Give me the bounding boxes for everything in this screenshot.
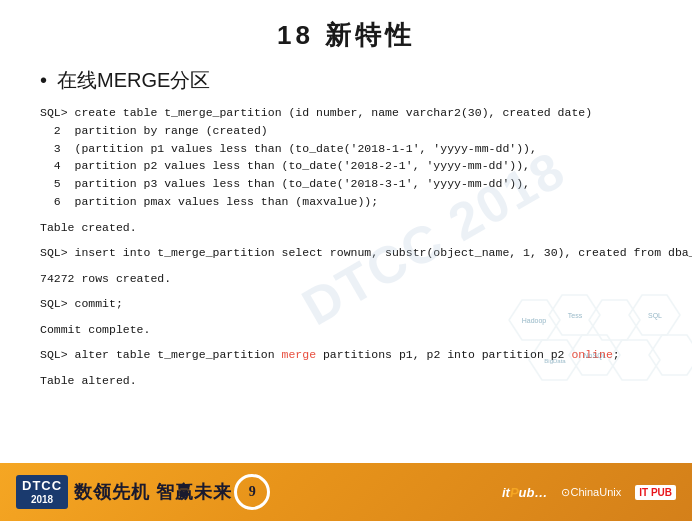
svg-text:SQL: SQL xyxy=(648,312,662,320)
status-table-altered: Table altered. xyxy=(40,372,652,389)
code-line: 3 (partition p1 values less than (to_dat… xyxy=(40,140,652,158)
footer-sponsors: itPub… ⊙ChinaUnix IT PUB xyxy=(502,485,676,500)
code-line: SQL> alter table t_merge_partition merge… xyxy=(40,346,652,364)
code-block-alter: SQL> alter table t_merge_partition merge… xyxy=(40,346,652,364)
footer-logo: DTCC 2018 数领先机 智赢未来 9 xyxy=(16,474,270,510)
sponsor-aitpub: itPub… xyxy=(502,485,548,500)
sponsor-itpub-label: IT PUB xyxy=(635,485,676,500)
svg-text:Tess: Tess xyxy=(568,312,583,319)
slogan-text: 数领先机 智赢未来 xyxy=(74,482,232,502)
footer-slogan: 数领先机 智赢未来 xyxy=(74,480,232,504)
dtcc-badge: DTCC 2018 xyxy=(16,475,68,509)
code-block-insert: SQL> insert into t_merge_partition selec… xyxy=(40,244,652,262)
section-label: 在线MERGE分区 xyxy=(57,67,210,94)
sponsor-chinaunix: ⊙ChinaUnix xyxy=(561,486,621,499)
code-line: 5 partition p3 values less than (to_date… xyxy=(40,175,652,193)
status-commit-complete: Commit complete. xyxy=(40,321,652,338)
sponsor-aitpub-label: itPub… xyxy=(502,485,548,500)
main-content: 18 新特性 • 在线MERGE分区 SQL> create table t_m… xyxy=(0,0,692,463)
slide-container: 18 新特性 • 在线MERGE分区 SQL> create table t_m… xyxy=(0,0,692,521)
code-line: 4 partition p2 values less than (to_date… xyxy=(40,157,652,175)
footer-circle-icon: 9 xyxy=(234,474,270,510)
code-line: SQL> insert into t_merge_partition selec… xyxy=(40,244,652,262)
circle-label: 9 xyxy=(249,484,256,500)
bullet-icon: • xyxy=(40,69,47,92)
sponsor-chinaunix-label: ⊙ChinaUnix xyxy=(561,486,621,499)
code-block-commit: SQL> commit; xyxy=(40,295,652,313)
status-rows-created: 74272 rows created. xyxy=(40,270,652,287)
slide-title: 18 新特性 xyxy=(40,18,652,53)
svg-marker-7 xyxy=(649,335,692,375)
footer-bar: DTCC 2018 数领先机 智赢未来 9 itPub… ⊙ChinaUnix xyxy=(0,463,692,521)
dtcc-label: DTCC xyxy=(22,478,62,494)
year-label: 2018 xyxy=(22,494,62,506)
code-line: SQL> commit; xyxy=(40,295,652,313)
status-table-created-1: Table created. xyxy=(40,219,652,236)
sponsor-itpub: IT PUB xyxy=(635,485,676,500)
code-line: 6 partition pmax values less than (maxva… xyxy=(40,193,652,211)
code-block-create: SQL> create table t_merge_partition (id … xyxy=(40,104,652,211)
code-line: 2 partition by range (created) xyxy=(40,122,652,140)
section-heading: • 在线MERGE分区 xyxy=(40,67,652,94)
code-line: SQL> create table t_merge_partition (id … xyxy=(40,104,652,122)
